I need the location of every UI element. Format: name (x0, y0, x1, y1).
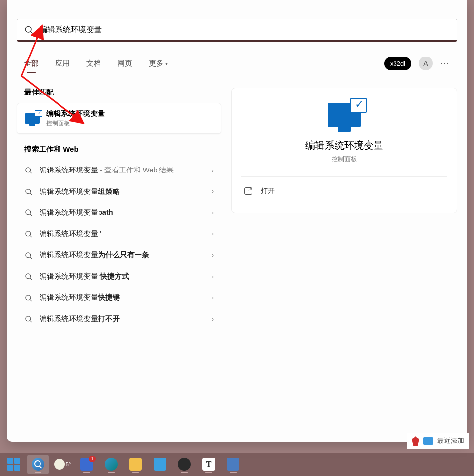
tab-docs[interactable]: 文档 (86, 59, 101, 68)
more-options-button[interactable]: ⋯ (440, 58, 450, 69)
open-action[interactable]: 打开 (241, 181, 447, 201)
search-icon (24, 251, 33, 260)
pin-icon (412, 436, 419, 446)
notification-badge: 1 (89, 456, 96, 462)
web-result-item[interactable]: 编辑系统环境变量"› (17, 224, 221, 245)
svg-line-1 (30, 31, 32, 33)
search-input[interactable] (40, 25, 450, 34)
web-result-item[interactable]: 编辑系统环境变量快捷键› (17, 287, 221, 308)
search-icon (24, 272, 33, 281)
folder-icon (129, 458, 142, 471)
best-match-subtitle: 控制面板 (46, 119, 105, 128)
search-icon (32, 458, 44, 471)
vm-icon (227, 458, 239, 471)
svg-point-6 (26, 210, 31, 215)
taskbar-search-button[interactable] (27, 455, 49, 474)
taskbar-todo[interactable]: 1 (76, 455, 98, 474)
detail-title: 编辑系统环境变量 (241, 139, 447, 152)
detail-subtitle: 控制面板 (241, 155, 447, 164)
search-icon (24, 230, 33, 238)
search-icon (24, 188, 33, 196)
taskbar-vmware[interactable] (222, 455, 244, 474)
taskbar: 5° 1 T (0, 453, 474, 476)
results-left-column: 最佳匹配 编辑系统环境变量 控制面板 搜索工作和 Web 编辑系统环境变量 - … (17, 88, 221, 330)
web-result-text: 编辑系统环境变量为什么只有一条 (40, 250, 212, 260)
svg-line-7 (30, 214, 32, 216)
search-bar[interactable] (17, 19, 457, 42)
chevron-down-icon: ▾ (165, 61, 168, 66)
app-icon (154, 458, 166, 471)
web-result-item[interactable]: 编辑系统环境变量为什么只有一条› (17, 245, 221, 266)
web-result-item[interactable]: 编辑系统环境变量 快捷方式› (17, 266, 221, 287)
best-match-item[interactable]: 编辑系统环境变量 控制面板 (17, 103, 221, 134)
search-icon (24, 166, 33, 174)
web-result-text: 编辑系统环境变量快捷键 (40, 293, 212, 303)
search-icon (24, 25, 34, 35)
web-result-text: 编辑系统环境变量打不开 (40, 314, 212, 324)
tab-more[interactable]: 更多 ▾ (149, 59, 168, 68)
search-icon (24, 315, 33, 323)
svg-point-16 (26, 316, 31, 321)
svg-line-3 (30, 172, 32, 174)
chevron-right-icon: › (212, 294, 214, 301)
filter-tabs: 全部 应用 文档 网页 更多 ▾ x32dl A ⋯ (24, 55, 450, 72)
web-result-text: 编辑系统环境变量path (40, 208, 212, 218)
avatar[interactable]: A (419, 57, 433, 70)
chevron-right-icon: › (212, 167, 214, 174)
web-result-item[interactable]: 编辑系统环境变量打不开› (17, 308, 221, 330)
web-results-list: 编辑系统环境变量 - 查看工作和 Web 结果›编辑系统环境变量组策略›编辑系统… (17, 160, 221, 330)
svg-line-9 (30, 235, 32, 237)
tab-apps[interactable]: 应用 (55, 59, 70, 68)
svg-point-0 (25, 26, 31, 32)
svg-point-2 (26, 168, 31, 172)
svg-point-4 (26, 189, 31, 194)
svg-point-8 (26, 231, 31, 236)
taskbar-idm[interactable] (174, 455, 195, 474)
search-icon (24, 294, 33, 302)
taskbar-edge[interactable] (100, 455, 122, 474)
svg-line-15 (30, 299, 32, 301)
search-icon (24, 209, 33, 217)
web-result-item[interactable]: 编辑系统环境变量组策略› (17, 181, 221, 203)
tab-all[interactable]: 全部 (24, 59, 39, 68)
tab-web[interactable]: 网页 (118, 59, 132, 68)
svg-point-14 (26, 295, 31, 300)
edge-icon (105, 458, 118, 471)
svg-point-10 (26, 252, 31, 257)
divider (241, 176, 447, 177)
control-panel-icon (328, 103, 361, 127)
chevron-right-icon: › (212, 230, 214, 237)
open-label: 打开 (261, 187, 275, 195)
chevron-right-icon: › (212, 273, 214, 280)
best-match-title: 编辑系统环境变量 (46, 109, 105, 118)
recent-label: 最近添加 (437, 437, 464, 445)
download-icon (178, 458, 191, 471)
web-result-text: 编辑系统环境变量 快捷方式 (40, 272, 212, 282)
start-button[interactable] (3, 455, 24, 474)
taskbar-app-1[interactable] (149, 455, 171, 474)
svg-line-5 (30, 193, 32, 195)
taskbar-typora[interactable]: T (198, 455, 219, 474)
web-result-text: 编辑系统环境变量 - 查看工作和 Web 结果 (40, 166, 212, 175)
weather-icon (54, 459, 65, 470)
taskbar-weather[interactable]: 5° (52, 455, 73, 474)
web-result-item[interactable]: 编辑系统环境变量path› (17, 202, 221, 224)
tab-more-label: 更多 (149, 59, 163, 68)
background-start-menu-snippet: 最近添加 (407, 433, 469, 449)
detail-pane: 编辑系统环境变量 控制面板 打开 (231, 88, 457, 330)
open-external-icon (244, 187, 252, 195)
svg-line-11 (30, 257, 32, 259)
web-result-text: 编辑系统环境变量组策略 (40, 187, 212, 197)
chevron-right-icon: › (212, 209, 214, 216)
taskbar-explorer[interactable] (125, 455, 146, 474)
windows-search-panel: 全部 应用 文档 网页 更多 ▾ x32dl A ⋯ 最佳匹配 编辑系统环境变量… (7, 0, 467, 442)
web-result-item[interactable]: 编辑系统环境变量 - 查看工作和 Web 结果› (17, 160, 221, 181)
chevron-right-icon: › (212, 316, 214, 323)
app-icon (423, 437, 433, 445)
chevron-right-icon: › (212, 188, 214, 195)
text-app-icon: T (202, 458, 215, 471)
svg-line-17 (30, 321, 32, 323)
account-badge[interactable]: x32dl (384, 57, 411, 70)
best-match-header: 最佳匹配 (24, 88, 221, 97)
web-results-header: 搜索工作和 Web (24, 145, 221, 154)
